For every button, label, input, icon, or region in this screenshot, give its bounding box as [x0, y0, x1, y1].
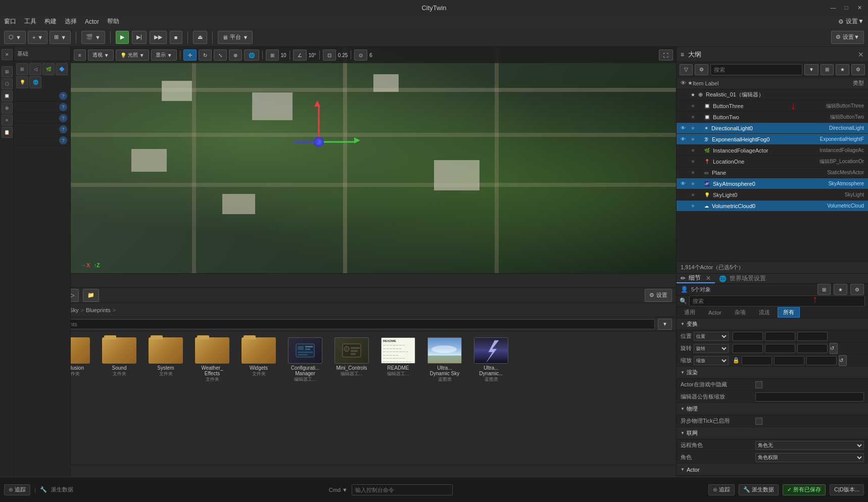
mode-button[interactable]: ⬡ ▼: [4, 31, 26, 44]
position-x[interactable]: 0.0: [733, 332, 763, 341]
settings-button[interactable]: ⚙ 设置▼: [838, 17, 864, 26]
outline-item-skyatmosphere[interactable]: 👁 ★ 🌌 SkyAtmosphere0 SkyAtmosphere: [677, 178, 868, 189]
tab-misc[interactable]: 杂项: [729, 307, 751, 318]
snap-button[interactable]: ⊞ ▼: [50, 31, 71, 44]
perspective-button[interactable]: 透视 ▼: [88, 49, 114, 61]
sidebar-icon-3[interactable]: 🔲: [2, 90, 13, 102]
details-close-button[interactable]: ✕: [706, 275, 711, 282]
maximize-button[interactable]: ⛶: [659, 49, 673, 61]
eject-button[interactable]: ⏏: [193, 31, 207, 44]
physics-section-header[interactable]: ▼ 物理: [677, 403, 868, 415]
play-next-button[interactable]: ▶|: [132, 31, 147, 44]
details-tab-button[interactable]: ✏ 细节 ✕: [677, 274, 715, 283]
rendering-section-header[interactable]: ▼ 渲染: [677, 367, 868, 379]
toolbar-settings-button[interactable]: ⚙ 设置▼: [831, 31, 864, 44]
version-btn[interactable]: C|D版本...: [830, 484, 864, 495]
tab-streaming[interactable]: 流送: [753, 307, 776, 318]
outline-item-realistic[interactable]: ★ ⊕ Realistic_01（编辑器）: [677, 89, 868, 101]
sidebar-icon-1[interactable]: ⊞: [2, 66, 13, 77]
lm-info-1[interactable]: ?: [14, 90, 70, 102]
camera-speed-button[interactable]: ⊙: [354, 49, 367, 61]
lighting-button[interactable]: 💡 光照 ▼: [116, 49, 149, 61]
rotation-type-select[interactable]: 旋转: [694, 344, 729, 353]
actor-hidden-checkbox[interactable]: [755, 381, 762, 388]
menu-tools[interactable]: 工具: [24, 17, 36, 26]
role-select[interactable]: 角色权限: [755, 453, 864, 462]
asset-ultra-storm[interactable]: Ultra...Dynamic... 蓝图类: [469, 335, 513, 385]
lm-icon-2[interactable]: ◁: [29, 63, 41, 75]
scale-y[interactable]: 多个值: [774, 356, 804, 365]
details-grid-button[interactable]: ⊞: [817, 284, 831, 295]
outline-view-button[interactable]: ⊞: [821, 64, 834, 75]
outline-options-button[interactable]: ⚙: [695, 64, 708, 75]
sidebar-icon-4[interactable]: ⊕: [2, 103, 13, 114]
scale-x[interactable]: 多个值: [742, 356, 772, 365]
outline-item-location[interactable]: ★ 📍 LocationOne 编辑BP_LocationOr: [677, 156, 868, 167]
path-blueprints[interactable]: Blueprints: [86, 307, 111, 313]
cb-search-dropdown-button[interactable]: ▼: [658, 319, 672, 330]
asset-config-manager[interactable]: Configurati...Manager 编辑器工...: [283, 335, 327, 385]
lm-info-2[interactable]: ?: [14, 102, 70, 113]
play-button[interactable]: ▶: [116, 31, 129, 44]
scale-button[interactable]: ⤡: [214, 49, 227, 61]
sidebar-icon-5[interactable]: ≡: [2, 115, 13, 126]
scale-toggle-button[interactable]: ⊡: [323, 49, 336, 61]
menu-actor[interactable]: Actor: [85, 18, 99, 25]
spawn-data-btn[interactable]: 🔧 派生数据: [739, 484, 779, 495]
rotate-button[interactable]: ↻: [199, 49, 212, 61]
lm-icon-6[interactable]: 🌐: [29, 76, 41, 88]
outline-search-input[interactable]: [710, 64, 802, 75]
cinematic-button[interactable]: 🎬 ▼: [81, 31, 105, 44]
folder-weather[interactable]: Weather_Effects 文件夹: [190, 335, 234, 385]
outline-filter-button[interactable]: ▽: [680, 64, 693, 75]
lm-icon-3[interactable]: 🌿: [42, 63, 55, 75]
remote-role-select[interactable]: 角色无: [755, 441, 864, 450]
sidebar-icon-6[interactable]: 📋: [2, 127, 13, 138]
tracking-button[interactable]: ⊙ 追踪: [4, 484, 30, 495]
transform-mode-button[interactable]: ⊕: [229, 49, 242, 61]
coord-button[interactable]: 🌐: [244, 49, 259, 61]
cmd-input[interactable]: [352, 484, 453, 495]
platform-button[interactable]: 🖥 平台 ▼: [218, 31, 253, 44]
cb-search-input[interactable]: [36, 319, 655, 329]
menu-help[interactable]: 帮助: [107, 17, 119, 26]
outline-search-button[interactable]: ▼: [804, 64, 818, 75]
networking-section-header[interactable]: ▼ 联网: [677, 427, 868, 439]
rotation-z[interactable]: 多个值: [797, 344, 828, 353]
asset-mini-controls[interactable]: Mini_Controls 编辑器工...: [329, 335, 374, 385]
tab-all[interactable]: 所有: [778, 307, 800, 318]
scale-z[interactable]: 多个值: [806, 356, 837, 365]
folder-system[interactable]: System 文件夹: [143, 335, 188, 385]
tab-general[interactable]: 通用: [679, 307, 701, 318]
position-y[interactable]: 0.0: [765, 332, 795, 341]
restore-button[interactable]: □: [843, 4, 850, 11]
scale-type-select[interactable]: 缩放: [694, 356, 729, 365]
grid-toggle-button[interactable]: ⊞: [266, 49, 279, 61]
lm-icon-4[interactable]: 🔷: [56, 63, 68, 75]
position-z[interactable]: 0.0: [797, 332, 828, 341]
outline-item-plane[interactable]: ★ ▭ Plane StaticMeshActor: [677, 167, 868, 178]
actor-section-header[interactable]: ▼ Actor: [677, 464, 868, 476]
rotation-y[interactable]: 多个值: [765, 344, 795, 353]
play-net-button[interactable]: ▶▶: [150, 31, 167, 44]
outline-item-cloud[interactable]: ★ ☁ VolumetricCloud0 VolumetricCloud: [677, 200, 868, 212]
outline-star-button[interactable]: ★: [836, 64, 849, 75]
stop-button[interactable]: ■: [170, 31, 182, 44]
billboard-scale-input[interactable]: 1.0: [755, 392, 864, 401]
lm-info-5[interactable]: ?: [14, 135, 70, 146]
async-tick-checkbox[interactable]: [755, 418, 762, 425]
show-button[interactable]: 显示 ▼: [151, 49, 177, 61]
folder-widgets[interactable]: Widgets 文件夹: [236, 335, 281, 385]
minimize-button[interactable]: —: [830, 4, 837, 11]
outline-item-directionallight[interactable]: 👁 ★ ☀ DirectionalLight0 DirectionalLight: [677, 123, 868, 134]
outline-item-skylight[interactable]: ★ 💡 SkyLight0 SkyLight: [677, 189, 868, 200]
asset-ultra-sky[interactable]: Ultra...Dynamic Sky 蓝图类: [422, 335, 467, 385]
sidebar-icon-close[interactable]: ✕: [2, 49, 13, 60]
menu-build[interactable]: 构建: [44, 17, 57, 26]
outline-item-buttonthree[interactable]: ★ 🔲 ButtonThree 编辑ButtonThree: [677, 101, 868, 112]
add-button[interactable]: + ▼: [28, 31, 47, 44]
rotation-reset-button[interactable]: ↺: [830, 343, 838, 354]
cb-settings-button[interactable]: ⚙ 设置: [645, 289, 672, 302]
viewport-options-button[interactable]: ≡: [74, 49, 86, 61]
lm-info-4[interactable]: ?: [14, 124, 70, 135]
